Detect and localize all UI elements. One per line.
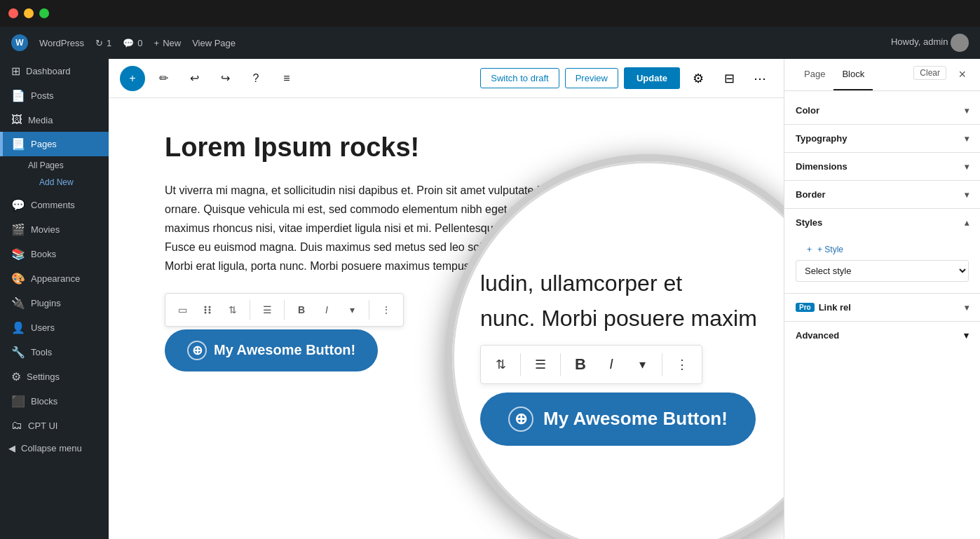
admin-bar-comments[interactable]: 💬 0 bbox=[123, 38, 142, 48]
tools-button[interactable]: ✏ bbox=[151, 66, 176, 91]
rp-color-header[interactable]: Color ▾ bbox=[784, 97, 980, 124]
right-panel-tabs: Page Block Clear × bbox=[784, 59, 980, 91]
rp-dimensions-header[interactable]: Dimensions ▾ bbox=[784, 153, 980, 180]
sidebar-item-label: Dashboard bbox=[26, 66, 71, 76]
sidebar-item-label: Appearance bbox=[31, 273, 80, 284]
chevron-down-icon: ▾ bbox=[350, 304, 355, 315]
undo-button[interactable]: ↩ bbox=[182, 66, 207, 91]
rp-section-advanced[interactable]: Advanced ▾ bbox=[784, 322, 980, 349]
chevron-down-icon: ▾ bbox=[965, 303, 969, 313]
list-view-button[interactable]: ≡ bbox=[274, 66, 299, 91]
admin-bar-updates[interactable]: ↻ 1 bbox=[95, 38, 111, 48]
chevron-down-icon: ▾ bbox=[965, 190, 969, 200]
rp-section-dimensions: Dimensions ▾ bbox=[784, 153, 980, 181]
sidebar-item-books[interactable]: 📚 Books bbox=[0, 242, 109, 266]
update-button[interactable]: Update bbox=[624, 67, 680, 89]
admin-bar-new[interactable]: + New bbox=[154, 38, 182, 48]
awesome-button[interactable]: ⊕ My Awesome Button! bbox=[165, 329, 378, 371]
sidebar-collapse-btn[interactable]: ◀ Collapse menu bbox=[0, 437, 109, 459]
comments-icon: 💬 bbox=[123, 38, 134, 48]
preview-button[interactable]: Preview bbox=[565, 68, 618, 88]
block-info-button[interactable]: ? bbox=[243, 66, 268, 91]
advanced-label: Advanced bbox=[796, 330, 839, 341]
style-select-wrapper: Select style bbox=[796, 257, 969, 285]
sidebar-item-label: Blocks bbox=[31, 396, 57, 407]
rp-section-link-rel: Pro Link rel ▾ bbox=[784, 294, 980, 322]
sidebar-item-label: Pages bbox=[31, 139, 57, 149]
sidebar-item-comments[interactable]: 💬 Comments bbox=[0, 193, 109, 217]
button-arrows-btn[interactable]: ⇅ bbox=[222, 299, 244, 321]
switch-to-draft-button[interactable]: Switch to draft bbox=[480, 68, 559, 88]
sidebar-item-posts[interactable]: 📄 Posts bbox=[0, 83, 109, 108]
button-extra-options[interactable]: ⋮ bbox=[375, 299, 397, 321]
sidebar-item-label: Posts bbox=[31, 90, 54, 101]
settings-sidebar-icon: ⚙ bbox=[11, 370, 21, 383]
comments-sidebar-icon: 💬 bbox=[11, 198, 25, 212]
plus-icon: + bbox=[154, 38, 160, 48]
settings-icon-button[interactable]: ⚙ bbox=[686, 66, 711, 91]
rp-section-color: Color ▾ bbox=[784, 97, 980, 125]
sidebar-item-users[interactable]: 👤 Users bbox=[0, 315, 109, 340]
button-block-align[interactable]: ☰ bbox=[256, 299, 278, 321]
tab-block[interactable]: Block bbox=[833, 59, 873, 90]
sidebar-item-label: Users bbox=[31, 322, 55, 333]
sidebar-item-movies[interactable]: 🎬 Movies bbox=[0, 217, 109, 242]
style-select[interactable]: Select style bbox=[796, 260, 969, 282]
rp-section-typography: Typography ▾ bbox=[784, 125, 980, 153]
sidebar-item-media[interactable]: 🖼 Media bbox=[0, 108, 109, 132]
close-button[interactable] bbox=[8, 8, 18, 18]
chevron-down-icon: ▾ bbox=[965, 162, 969, 172]
more-icon: ⋯ bbox=[754, 71, 766, 86]
sidebar-item-label: Books bbox=[31, 249, 56, 259]
blocks-icon: ⬛ bbox=[11, 395, 25, 408]
rp-styles-content: + + Style Select style bbox=[784, 236, 980, 293]
admin-bar-view-page[interactable]: View Page bbox=[192, 38, 236, 48]
add-block-button[interactable]: + bbox=[120, 66, 145, 91]
button-more-options[interactable]: ▾ bbox=[341, 299, 363, 321]
tab-page[interactable]: Page bbox=[796, 59, 833, 90]
maximize-button[interactable] bbox=[39, 8, 49, 18]
awesome-button-icon: ⊕ bbox=[187, 341, 207, 360]
post-body[interactable]: Ut viverra mi magna, et sollicitudin nis… bbox=[165, 181, 728, 276]
sidebar-item-appearance[interactable]: 🎨 Appearance bbox=[0, 266, 109, 291]
sidebar-item-dashboard[interactable]: ⊞ Dashboard bbox=[0, 59, 109, 83]
clear-button[interactable]: Clear bbox=[913, 66, 946, 80]
rp-border-header[interactable]: Border ▾ bbox=[784, 181, 980, 208]
rp-typography-header[interactable]: Typography ▾ bbox=[784, 125, 980, 152]
sidebar-pages-submenu: All Pages Add New bbox=[0, 156, 109, 193]
sidebar-item-plugins[interactable]: 🔌 Plugins bbox=[0, 291, 109, 315]
svg-point-1 bbox=[209, 306, 211, 308]
link-rel-label: Link rel bbox=[819, 302, 851, 313]
pencil-icon: ✏ bbox=[159, 71, 168, 85]
sidebar-item-pages[interactable]: 📃 Pages bbox=[0, 132, 109, 156]
sidebar-item-tools[interactable]: 🔧 Tools bbox=[0, 340, 109, 364]
collapse-icon: ◀ bbox=[8, 443, 15, 453]
more-icon-button[interactable]: ⋯ bbox=[747, 66, 773, 91]
sidebar-item-cpt-ui[interactable]: 🗂 CPT UI bbox=[0, 414, 109, 437]
close-panel-button[interactable]: × bbox=[955, 64, 969, 85]
dots-icon: ⋮ bbox=[381, 304, 391, 315]
sidebar-item-blocks[interactable]: ⬛ Blocks bbox=[0, 389, 109, 414]
post-title[interactable]: Lorem Ipsum rocks! bbox=[165, 132, 728, 164]
sidebar-all-pages[interactable]: All Pages bbox=[20, 156, 109, 175]
plugins-icon: 🔌 bbox=[11, 296, 25, 310]
add-style-row[interactable]: + + Style bbox=[796, 242, 969, 257]
button-align-btn[interactable]: ▭ bbox=[171, 299, 193, 321]
editor-toolbar: + ✏ ↩ ↪ ? ≡ Switch to draft P bbox=[109, 59, 784, 98]
rp-section-styles: Styles ▴ + + Style Select style bbox=[784, 209, 980, 294]
button-italic[interactable]: I bbox=[315, 299, 338, 321]
button-move-btn[interactable] bbox=[196, 299, 219, 321]
redo-button[interactable]: ↪ bbox=[212, 66, 238, 91]
button-bold[interactable]: B bbox=[290, 299, 313, 321]
sidebar-add-new[interactable]: Add New bbox=[20, 175, 109, 193]
rp-styles-header[interactable]: Styles ▴ bbox=[784, 209, 980, 236]
minimize-button[interactable] bbox=[24, 8, 34, 18]
admin-bar-wordpress[interactable]: WordPress bbox=[39, 38, 84, 48]
svg-point-4 bbox=[205, 311, 207, 313]
layout-icon-button[interactable]: ⊟ bbox=[716, 66, 742, 91]
sidebar-item-settings[interactable]: ⚙ Settings bbox=[0, 364, 109, 389]
editor-content: Lorem Ipsum rocks! Ut viverra mi magna, … bbox=[109, 98, 784, 416]
rp-link-rel-header[interactable]: Pro Link rel ▾ bbox=[784, 294, 980, 321]
svg-point-3 bbox=[209, 308, 211, 311]
plus-icon: + bbox=[129, 72, 135, 85]
